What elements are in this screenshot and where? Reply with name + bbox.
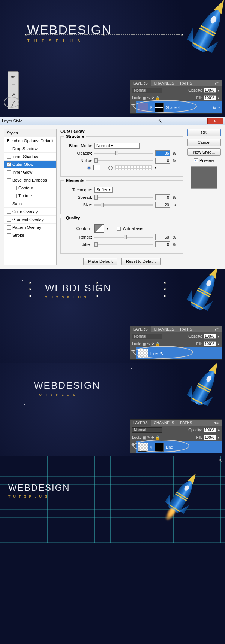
layer-row[interactable]: ⎘ Line [136,441,222,453]
jitter-value-input[interactable]: 0 [155,242,170,247]
style-list[interactable]: Styles Blending Options: Default Drop Sh… [4,129,57,265]
lock-all-icon[interactable]: 🔒 [155,435,160,440]
layer-row[interactable]: ⎘ Shape 4 fx ▾ [136,101,222,113]
style-item-stroke[interactable]: Stroke [4,231,56,239]
make-default-button[interactable]: Make Default [83,258,117,265]
noise-slider[interactable] [94,160,153,161]
style-item-gradient-overlay[interactable]: Gradient Overlay [4,216,56,224]
blending-options-item[interactable]: Blending Options: Default [4,137,56,145]
jitter-slider[interactable] [94,244,153,245]
layer-name[interactable]: Shape 4 [166,106,180,110]
layer-row[interactable]: Line ↖ [136,347,222,359]
transform-center-icon[interactable] [96,288,99,291]
gradient-radio[interactable] [108,166,112,170]
dialog-titlebar[interactable]: Layer Style ↖ ✕ [0,117,225,125]
layers-panel[interactable]: LAYERS CHANNELS PATHS ▾≡ Normal Opacity:… [130,326,222,360]
lock-pixels-icon[interactable]: ✎ [147,96,150,100]
blend-mode-select[interactable]: Normal [132,88,162,93]
pen-tool-icon[interactable]: ✒ [9,72,18,81]
contour-picker[interactable] [94,224,104,233]
technique-dropdown[interactable]: Softer [94,187,112,193]
opacity-flyout-icon[interactable]: ▸ [218,428,220,432]
fill-flyout-icon[interactable]: ▸ [218,342,220,346]
opacity-value-input[interactable]: 35 [155,150,170,156]
selection-line[interactable] [26,34,182,35]
layer-thumbnail[interactable] [138,103,148,112]
size-slider[interactable] [94,204,153,206]
contour-dropdown-icon[interactable]: ▾ [106,227,108,230]
style-item-texture[interactable]: Texture [4,192,56,200]
tab-layers[interactable]: LAYERS [130,326,151,332]
tab-paths[interactable]: PATHS [177,80,195,86]
size-value-input[interactable]: 20 [155,202,170,208]
lock-all-icon[interactable]: 🔒 [155,96,160,100]
tab-layers[interactable]: LAYERS [130,80,151,86]
panel-menu-icon[interactable]: ▾≡ [212,80,222,86]
style-list-header[interactable]: Styles [4,129,56,137]
noise-value-input[interactable]: 0 [155,158,170,164]
lock-position-icon[interactable]: ✥ [151,342,154,346]
transform-box[interactable] [30,283,165,296]
layers-panel[interactable]: LAYERS CHANNELS PATHS ▾≡ Normal Opacity:… [130,80,222,114]
layer-name[interactable]: Line [150,352,158,356]
range-slider[interactable] [94,237,153,238]
style-item-outer-glow[interactable]: ✓Outer Glow [4,161,56,168]
lock-pixels-icon[interactable]: ✎ [147,342,150,346]
style-item-contour[interactable]: Contour [4,184,56,192]
fill-input[interactable]: 100% [204,435,216,440]
style-item-satin[interactable]: Satin [4,200,56,208]
cancel-button[interactable]: Cancel [187,139,221,146]
style-item-inner-shadow[interactable]: Inner Shadow [4,153,56,161]
opacity-flyout-icon[interactable]: ▸ [218,334,220,338]
close-button[interactable]: ✕ [207,118,223,124]
opacity-input[interactable]: 100% [204,428,216,432]
opacity-input[interactable]: 100% [204,88,216,93]
opacity-input[interactable]: 100% [204,334,216,339]
fx-expand-icon[interactable]: ▾ [218,106,220,109]
new-style-button[interactable]: New Style... [187,148,221,156]
panel-menu-icon[interactable]: ▾≡ [212,420,222,426]
anti-aliased-checkbox[interactable] [117,227,121,231]
tab-channels[interactable]: CHANNELS [151,326,177,332]
layer-thumbnail[interactable] [138,443,148,452]
visibility-toggle-icon[interactable]: 👁 [130,347,136,359]
style-item-bevel-emboss[interactable]: Bevel and Emboss [4,176,56,184]
lock-pixels-icon[interactable]: ✎ [147,435,150,440]
range-value-input[interactable]: 50 [155,234,170,240]
ok-button[interactable]: OK [187,129,221,136]
blend-mode-select[interactable]: Normal [132,427,162,433]
blend-mode-select[interactable]: Normal [132,334,162,339]
style-item-inner-glow[interactable]: Inner Glow [4,168,56,176]
glow-color-swatch[interactable] [93,165,100,170]
fill-flyout-icon[interactable]: ▸ [218,435,220,440]
layers-panel[interactable]: LAYERS CHANNELS PATHS ▾≡ Normal Opacity:… [130,419,222,453]
lock-transparency-icon[interactable]: ▦ [142,342,146,346]
tab-layers[interactable]: LAYERS [130,420,151,426]
layer-mask-thumbnail[interactable] [154,103,164,112]
opacity-flyout-icon[interactable]: ▸ [218,88,220,92]
tab-paths[interactable]: PATHS [177,420,195,426]
visibility-toggle-icon[interactable]: 👁 [130,441,136,453]
fill-input[interactable]: 100% [204,341,216,346]
type-tool-icon[interactable]: T [9,81,18,90]
layer-name[interactable]: Line [166,445,173,449]
layer-mask-thumbnail[interactable] [154,443,164,452]
color-radio[interactable] [87,166,91,170]
lock-position-icon[interactable]: ✥ [151,435,154,440]
style-item-pattern-overlay[interactable]: Pattern Overlay [4,224,56,231]
opacity-slider[interactable] [94,153,153,154]
style-item-drop-shadow[interactable]: Drop Shadow [4,145,56,153]
lock-position-icon[interactable]: ✥ [151,96,154,100]
tab-channels[interactable]: CHANNELS [151,420,177,426]
lock-transparency-icon[interactable]: ▦ [142,96,146,100]
layer-thumbnail[interactable] [138,349,148,358]
preview-checkbox[interactable]: ✓ [194,158,198,162]
reset-default-button[interactable]: Reset to Default [121,258,160,265]
spread-slider[interactable] [94,197,153,198]
lock-transparency-icon[interactable]: ▦ [142,435,146,440]
layer-fx-badge[interactable]: fx [213,106,216,110]
blend-mode-dropdown[interactable]: Normal [94,143,140,149]
glow-gradient-swatch[interactable] [115,165,152,170]
fill-input[interactable]: 100% [204,95,216,100]
style-item-color-overlay[interactable]: Color Overlay [4,208,56,216]
